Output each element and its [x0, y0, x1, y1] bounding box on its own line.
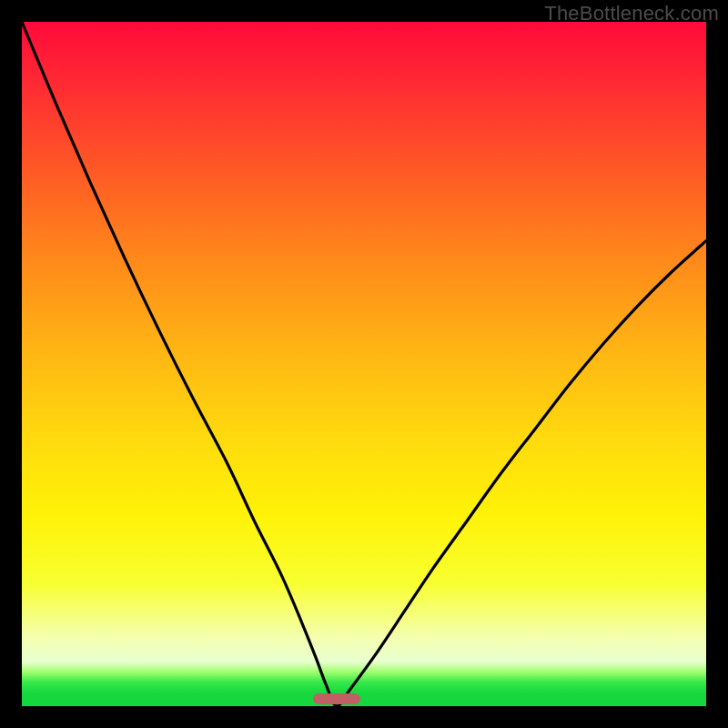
plot-area	[22, 22, 706, 706]
watermark-text: TheBottleneck.com	[544, 2, 719, 25]
bottleneck-marker	[313, 693, 361, 704]
chart-frame: TheBottleneck.com	[0, 0, 728, 728]
bottleneck-curve	[22, 22, 706, 706]
